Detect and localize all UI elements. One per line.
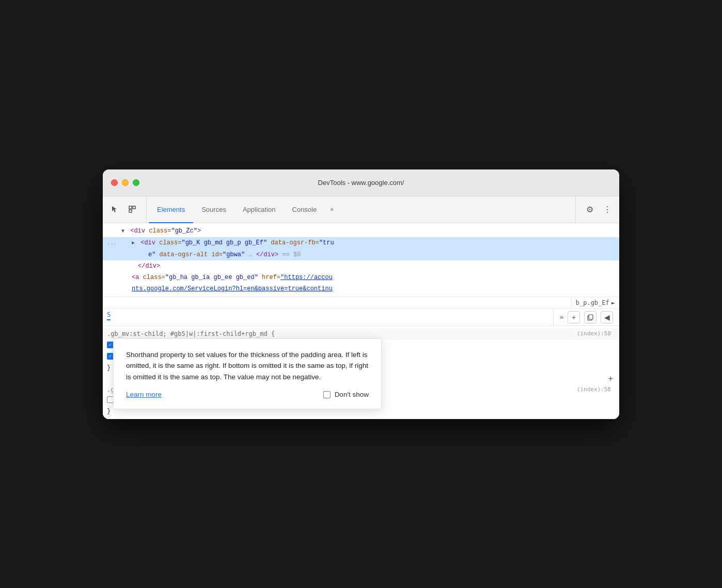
main-content: ▼ <div class="gb_Zc"> ... ► <div class="… <box>103 223 619 419</box>
html-row-5: <a class="gb_ha gb_ia gb_ee gb_ed" href=… <box>103 272 619 283</box>
svg-rect-0 <box>129 206 132 209</box>
cursor-icon-button[interactable] <box>107 202 122 217</box>
tab-elements[interactable]: Elements <box>149 197 193 223</box>
tooltip-description: Shorthand property to set values for the… <box>126 349 369 383</box>
settings-button[interactable]: ⚙ <box>582 202 598 217</box>
line-number-1: (index):58 <box>577 330 615 337</box>
layers-icon <box>128 205 136 213</box>
html-row-2[interactable]: ... ► <div class="gb_K gb_md gb_p gb_Ef"… <box>103 237 619 249</box>
tab-more-button[interactable]: » <box>325 196 339 223</box>
dots-indicator: ... <box>103 238 121 247</box>
toolbar-icons <box>107 196 147 223</box>
css-selector-1: .gb_mv:st-child; #gb5|w|:first-child+rgb… <box>103 328 619 339</box>
tabs-container: Elements Sources Application Console » <box>149 196 575 223</box>
learn-more-link[interactable]: Learn more <box>126 391 162 398</box>
more-tabs-icon[interactable]: » <box>560 313 563 321</box>
line-number-2: (index):58 <box>577 386 615 393</box>
toolbar: Elements Sources Application Console » ⚙… <box>103 196 619 223</box>
copy-style-button[interactable] <box>584 311 597 323</box>
minimize-button[interactable] <box>122 179 129 186</box>
html-panel: ▼ <div class="gb_Zc"> ... ► <div class="… <box>103 223 619 297</box>
html-row-1: ▼ <div class="gb_Zc"> <box>103 225 619 237</box>
devtools-window: DevTools - www.google.com/ Elements <box>103 169 619 419</box>
svg-rect-4 <box>589 315 593 319</box>
triangle-icon: ► <box>132 240 135 246</box>
layers-icon-button[interactable] <box>124 202 140 217</box>
css-subheader-row: S » + ◀ <box>103 309 619 326</box>
traffic-lights <box>111 179 139 186</box>
svg-rect-1 <box>133 206 135 209</box>
svg-rect-2 <box>129 210 132 212</box>
dont-show-label: Don't show <box>335 391 369 398</box>
lower-area: b_p.gb_Ef ► S » + <box>103 297 619 419</box>
right-arrow-icon: ► <box>611 299 615 306</box>
css-panel: b_p.gb_Ef ► S » + <box>103 297 619 419</box>
source-indicator: S <box>107 311 111 320</box>
toggle-style-button[interactable]: ◀ <box>601 311 613 323</box>
dont-show-option: Don't show <box>323 391 369 398</box>
tab-application[interactable]: Application <box>234 197 284 223</box>
window-title: DevTools - www.google.com/ <box>318 179 404 187</box>
more-options-button[interactable]: ⋮ <box>600 202 615 217</box>
html-row-6: nts.google.com/ServiceLogin?hl=en&passiv… <box>103 283 619 295</box>
tab-console[interactable]: Console <box>284 197 325 223</box>
maximize-button[interactable] <box>133 179 139 186</box>
cursor-icon <box>111 205 119 213</box>
html-row-3: e" data-ogsr-alt id="gbwa" … </div> == $… <box>103 249 619 260</box>
right-panel-header: b_p.gb_Ef ► <box>571 298 619 307</box>
toolbar-right: ⚙ ⋮ <box>575 196 615 223</box>
tooltip-popup: Shorthand property to set values for the… <box>113 338 382 410</box>
triangle-icon: ▼ <box>121 228 124 234</box>
selector-display: b_p.gb_Ef <box>576 299 609 306</box>
tooltip-footer: Learn more Don't show <box>126 391 369 398</box>
html-row-4: </div> <box>103 260 619 272</box>
close-button[interactable] <box>111 179 118 186</box>
titlebar: DevTools - www.google.com/ <box>103 169 619 196</box>
dont-show-checkbox[interactable] <box>323 391 331 398</box>
css-header-row: b_p.gb_Ef ► <box>103 297 619 309</box>
css-action-buttons: » + ◀ <box>553 309 619 326</box>
tab-sources[interactable]: Sources <box>193 197 234 223</box>
add-style-button[interactable]: + <box>568 311 580 323</box>
add-rule-button[interactable]: + <box>602 374 619 385</box>
copy-icon <box>587 314 594 321</box>
